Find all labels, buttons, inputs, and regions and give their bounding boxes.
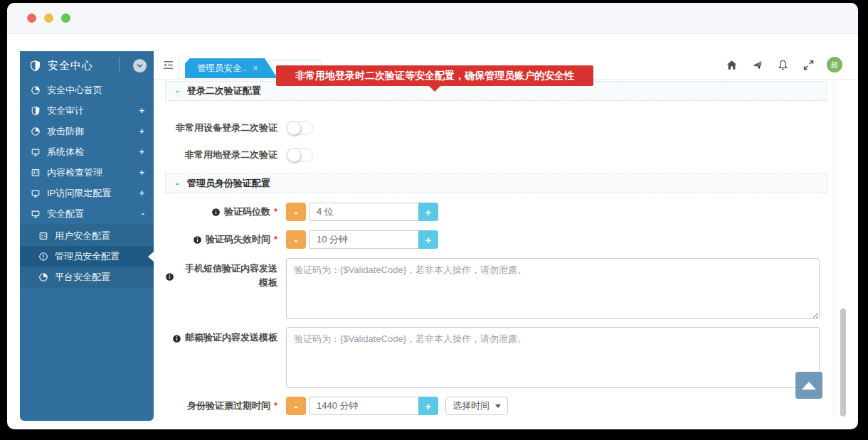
sidebar-item-label: 用户安全配置: [55, 230, 110, 242]
home-icon[interactable]: [724, 58, 739, 72]
field-label: 邮箱验证内容发送模板: [185, 331, 277, 345]
shield-icon: [29, 60, 41, 72]
pie-icon: [31, 85, 41, 95]
required-marker: *: [274, 205, 277, 219]
increment-button[interactable]: +: [418, 397, 438, 415]
sms-template-textarea[interactable]: [286, 258, 820, 319]
collapse-minus: -: [142, 208, 144, 219]
form-row-location-2fa: 非常用地登录二次验证: [165, 145, 313, 165]
triangle-up-icon: [802, 382, 816, 390]
sidebar-item-platform-security-config[interactable]: 平台安全配置: [20, 267, 154, 287]
sidebar: 安全中心 安全中心首页 安全审计 + 攻击防御 + 系统体检 +: [20, 51, 154, 421]
section-title: 管理员身份验证配置: [187, 177, 270, 190]
monitor-icon: [31, 188, 41, 198]
sidebar-item-label: 安全配置: [47, 208, 84, 220]
ticket-expire-input[interactable]: [309, 397, 419, 415]
increment-button[interactable]: +: [418, 230, 438, 249]
window-titlebar: [7, 3, 858, 34]
decrement-button[interactable]: -: [286, 230, 306, 249]
sidebar-item-label: 安全审计: [47, 104, 84, 117]
sidebar-item-security-audit[interactable]: 安全审计 +: [20, 100, 154, 121]
decrement-button[interactable]: -: [286, 397, 306, 415]
expand-plus: +: [139, 167, 144, 178]
device-2fa-toggle[interactable]: [286, 121, 313, 135]
section-header-admin-identity: - 管理员身份验证配置: [165, 173, 827, 193]
sidebar-item-security-home[interactable]: 安全中心首页: [20, 80, 154, 100]
sidebar-item-user-security-config[interactable]: 用户安全配置: [20, 225, 154, 246]
send-icon[interactable]: [750, 58, 764, 72]
form-row-sms-template: 手机短信验证内容发送模板: [165, 258, 820, 319]
fullscreen-window-button[interactable]: [61, 14, 70, 23]
bell-icon[interactable]: [776, 58, 790, 72]
tabbar-divider: [179, 55, 179, 80]
sidebar-item-attack-defense[interactable]: 攻击防御 +: [20, 121, 154, 141]
section-collapse-icon[interactable]: -: [176, 178, 179, 189]
info-icon: [172, 334, 181, 343]
select-time-dropdown[interactable]: 选择时间: [445, 397, 508, 415]
sidebar-item-label: 管理员安全配置: [55, 250, 120, 263]
sidebar-item-security-config[interactable]: 安全配置 -: [20, 203, 154, 224]
field-label: 验证码位数: [224, 205, 270, 219]
sidebar-item-system-check[interactable]: 系统体检 +: [20, 141, 154, 162]
collapse-menu-icon[interactable]: [162, 59, 175, 71]
app-window: 安全中心 安全中心首页 安全审计 + 攻击防御 + 系统体检 +: [7, 3, 858, 429]
decrement-button[interactable]: -: [286, 203, 306, 221]
sidebar-submenu-security-config: 用户安全配置 管理员安全配置 平台安全配置: [20, 224, 154, 289]
info-icon: [165, 272, 174, 281]
toggle-knob: [287, 148, 301, 162]
expand-plus: +: [139, 188, 144, 198]
sidebar-item-label: 安全中心首页: [47, 84, 102, 97]
required-marker: *: [274, 399, 277, 413]
guide-tooltip: 非常用地登录时二次验证等安全配置，确保管理员账户的安全性: [276, 65, 593, 86]
field-label: 非常用设备登录二次验证: [176, 121, 277, 135]
pie-icon: [38, 272, 48, 282]
sidebar-item-admin-security-config[interactable]: 管理员安全配置: [20, 246, 154, 267]
sidebar-item-label: 内容检查管理: [47, 166, 102, 179]
field-label: 身份验证票过期时间: [187, 399, 270, 413]
id-card-icon: [31, 168, 41, 178]
sidebar-item-label: 攻击防御: [47, 125, 84, 138]
caret-down-icon: [495, 404, 501, 408]
code-expire-input[interactable]: [309, 230, 419, 249]
close-tab-icon[interactable]: ×: [253, 63, 258, 73]
email-template-textarea[interactable]: [286, 327, 820, 388]
tab-label: 管理员安全..: [197, 63, 246, 75]
section-title: 登录二次验证配置: [187, 85, 261, 97]
content-right-border: [833, 79, 834, 419]
back-to-top-button[interactable]: [795, 372, 822, 399]
section-collapse-icon[interactable]: -: [176, 85, 179, 97]
sidebar-item-label: IP访问限定配置: [47, 187, 111, 200]
sidebar-title: 安全中心: [48, 59, 93, 73]
form-row-ticket-expire: 身份验证票过期时间 * - + 选择时间: [165, 397, 508, 415]
header-actions: 超: [724, 57, 842, 73]
tab-admin-security[interactable]: 管理员安全.. ×: [185, 58, 277, 78]
location-2fa-toggle[interactable]: [286, 148, 313, 162]
monitor-icon: [31, 209, 41, 219]
info-icon: [193, 235, 202, 245]
form-row-email-template: 邮箱验证内容发送模板: [165, 327, 820, 388]
field-label: 手机短信验证内容发送模板: [178, 262, 277, 289]
sidebar-item-label: 平台安全配置: [55, 271, 110, 284]
expand-plus: +: [139, 146, 144, 157]
minimize-window-button[interactable]: [44, 14, 53, 23]
required-marker: *: [274, 232, 277, 247]
sidebar-item-label: 系统体检: [47, 146, 84, 159]
expand-plus: +: [139, 105, 144, 116]
sidebar-header-divider: [119, 58, 120, 73]
vertical-scrollbar[interactable]: [840, 308, 846, 417]
field-label: 非常用地登录二次验证: [185, 148, 277, 162]
increment-button[interactable]: +: [418, 203, 438, 221]
monitor-user-icon: [38, 231, 48, 241]
avatar[interactable]: 超: [827, 57, 842, 73]
fullscreen-icon[interactable]: [801, 58, 815, 72]
monitor-icon: [31, 147, 41, 157]
sidebar-item-content-inspection[interactable]: 内容检查管理 +: [20, 162, 154, 183]
sidebar-collapse-button[interactable]: [133, 59, 147, 73]
code-digits-input[interactable]: [309, 203, 419, 221]
expand-plus: +: [139, 126, 144, 136]
exclamation-circle-icon: [38, 252, 48, 262]
chevron-down-icon: [135, 61, 144, 70]
toggle-knob: [287, 121, 301, 135]
sidebar-item-ip-access-limit[interactable]: IP访问限定配置 +: [20, 183, 154, 203]
close-window-button[interactable]: [27, 14, 36, 23]
